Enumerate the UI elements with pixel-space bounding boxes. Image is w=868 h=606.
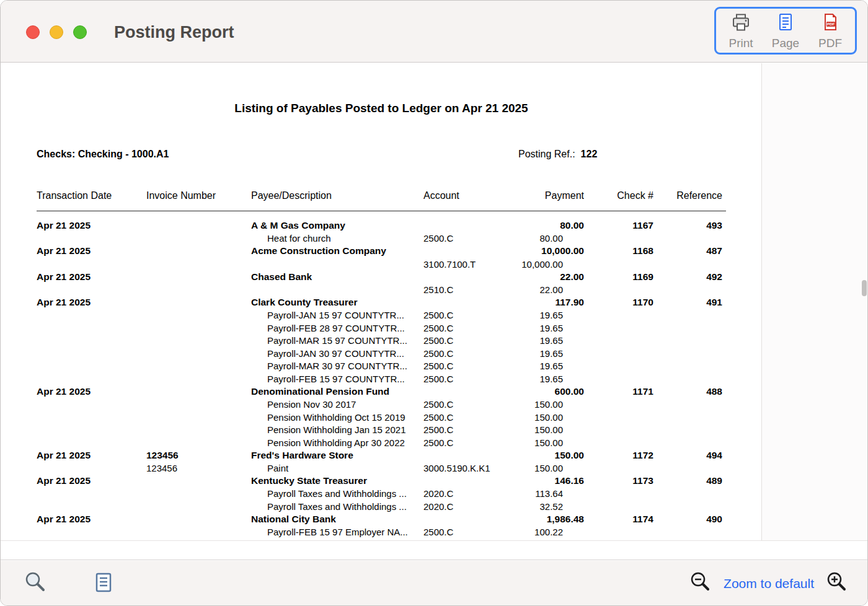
cell-reference: 487 [653,245,722,257]
titlebar: Posting Report Print [1,1,867,63]
report-row-detail: Payroll-FEB 15 97 Employer NA...2500.C10… [37,525,726,538]
cell-transaction-date: Apr 21 2025 [37,475,146,486]
cell-invoice-number: 123456 [146,450,251,461]
report-viewport: Listing of Payables Posted to Ledger on … [1,63,868,540]
cell-payment: 146.16 [497,475,584,486]
minimize-button[interactable] [50,25,63,39]
page-icon [776,12,795,34]
column-header-payee-description: Payee/Description [251,190,423,201]
checks-account-label: Checks: Checking - 1000.A1 [37,149,169,159]
column-header-check-number: Check # [584,190,653,201]
zoom-in-button[interactable] [825,571,849,596]
cell-amount: 100.22 [497,527,584,537]
cell-check-number: 1172 [584,450,653,461]
cell-account: 2500.C [423,348,497,359]
report-row-detail: Pension Withholding Oct 15 20192500.C150… [37,411,726,424]
cell-description: Pension Withholding Apr 30 2022 [251,437,423,448]
statusbar-left-group [23,570,115,597]
posting-report-window: Posting Report Print [0,0,868,606]
print-button-label: Print [728,37,753,50]
cell-payee: Kentucky State Treasurer [251,475,423,486]
cell-description: Payroll-FEB 28 97 COUNTYTR... [251,323,423,333]
cell-description: Heat for church [251,233,423,244]
cell-account: 2500.C [423,399,497,410]
report-title: Listing of Payables Posted to Ledger on … [1,102,762,115]
cell-payee: Denominational Pension Fund [251,386,423,397]
report-row-main: Apr 21 2025A & M Gas Company80.001167493 [37,219,726,232]
cell-check-number: 1174 [584,514,653,525]
cell-account: 2500.C [423,374,497,384]
column-header-account: Account [423,190,497,201]
cell-account: 2500.C [423,361,497,371]
cell-payment: 10,000.00 [497,245,584,257]
magnifier-tool-button[interactable] [23,570,48,597]
page-setup-button[interactable]: Page [763,12,808,50]
report-row-detail: Payroll-JAN 15 97 COUNTYTR...2500.C19.65 [37,309,726,322]
cell-account: 2510.C [423,284,497,295]
cell-account: 2500.C [423,335,497,346]
cell-payment: 22.00 [497,271,584,283]
report-row-main: Apr 21 2025Kentucky State Treasurer146.1… [37,475,726,488]
cell-amount: 150.00 [497,424,584,435]
column-header-invoice-number: Invoice Number [146,190,251,201]
cell-account: 2500.C [423,323,497,333]
zoom-out-button[interactable] [689,571,712,596]
cell-payment: 600.00 [497,386,584,397]
zoom-window-button[interactable] [73,25,87,39]
cell-account: 2500.C [423,424,497,435]
horizontal-scrollbar-track[interactable] [1,540,868,560]
report-row-detail: Payroll-JAN 30 97 COUNTYTR...2500.C19.65 [37,347,726,360]
cell-amount: 113.64 [497,488,584,499]
cell-amount: 19.65 [497,323,584,333]
cell-payment: 117.90 [497,297,584,308]
zoom-to-default-button[interactable]: Zoom to default [722,576,815,591]
cell-check-number: 1169 [584,271,653,283]
cell-amount: 19.65 [497,348,584,359]
report-row-detail: Heat for church2500.C80.00 [37,232,726,245]
report-table-body: Apr 21 2025A & M Gas Company80.001167493… [37,211,726,538]
cell-amount: 19.65 [497,335,584,346]
report-row-detail: 123456Paint3000.5190.K.K1150.00 [37,462,726,475]
cell-account: 2500.C [423,310,497,320]
cell-payment: 80.00 [497,220,584,231]
report-row-main: Apr 21 2025Chased Bank22.001169492 [37,270,726,283]
cell-reference: 488 [653,386,722,397]
cell-reference: 489 [653,475,722,486]
cell-description: Payroll-MAR 30 97 COUNTYTR... [251,361,423,371]
cell-account: 2500.C [423,527,497,537]
vertical-scrollbar-thumb[interactable] [862,280,867,296]
toolbar-group: Print Page [714,7,857,55]
report-row-detail: Payroll-FEB 15 97 COUNTYTR...2500.C19.65 [37,372,726,385]
cell-account: 2500.C [423,437,497,448]
cell-transaction-date: Apr 21 2025 [37,220,146,231]
report-page: Listing of Payables Posted to Ledger on … [1,63,762,540]
cell-amount: 10,000.00 [497,259,584,270]
cell-description: Payroll Taxes and Withholdings ... [251,488,423,499]
cell-description: Pension Nov 30 2017 [251,399,423,410]
posting-ref-label: Posting Ref.: [518,149,575,159]
report-row-detail: 3100.7100.T10,000.00 [37,258,726,271]
close-button[interactable] [26,25,40,39]
column-header-payment: Payment [497,190,584,201]
column-header-reference: Reference [653,190,722,201]
report-row-detail: Pension Nov 30 20172500.C150.00 [37,398,726,411]
report-info-line: Checks: Checking - 1000.A1 Posting Ref.:… [37,149,722,162]
cell-payee: A & M Gas Company [251,220,423,231]
cell-description: Pension Withholding Jan 15 2021 [251,424,423,435]
cell-payee: Fred's Hardware Store [251,450,423,461]
print-button[interactable]: Print [719,12,763,50]
cell-account: 2500.C [423,233,497,244]
report-text-view-button[interactable] [92,571,115,595]
report-row-main: Apr 21 2025Denominational Pension Fund60… [37,385,726,398]
cell-reference: 494 [653,450,722,461]
cell-description: Payroll-JAN 15 97 COUNTYTR... [251,310,423,320]
statusbar: Zoom to default [1,561,868,606]
cell-transaction-date: Apr 21 2025 [37,297,146,308]
cell-account: 2500.C [423,412,497,423]
cell-description: Payroll Taxes and Withholdings ... [251,501,423,512]
pdf-button[interactable]: PDF PDF [808,12,852,50]
cell-description: Pension Withholding Oct 15 2019 [251,412,423,423]
statusbar-zoom-group: Zoom to default [689,571,849,596]
cell-amount: 19.65 [497,374,584,384]
cell-description: Payroll-FEB 15 97 Employer NA... [251,527,423,537]
